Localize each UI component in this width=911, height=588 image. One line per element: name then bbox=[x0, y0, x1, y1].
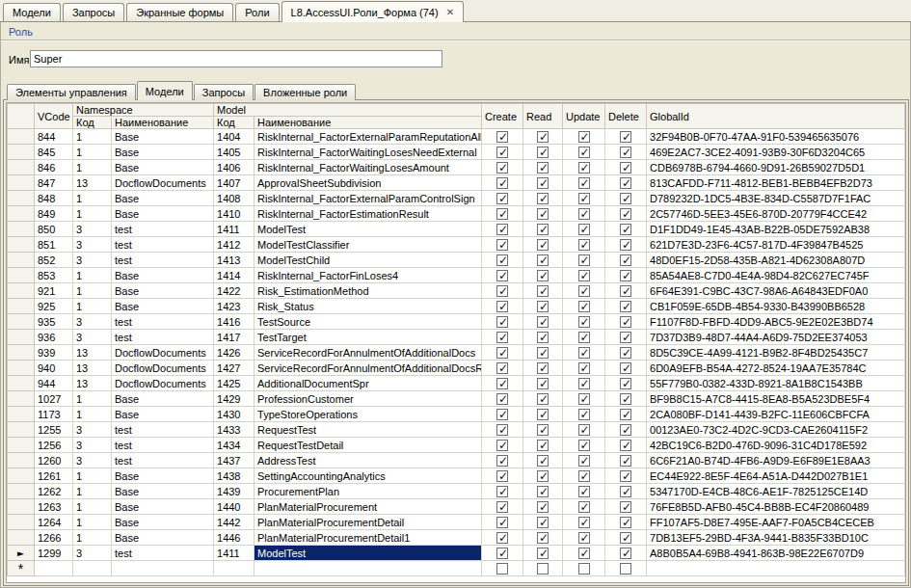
cell-update[interactable] bbox=[563, 361, 605, 376]
cell-model-code[interactable]: 1412 bbox=[214, 237, 255, 253]
cell-create[interactable] bbox=[482, 330, 523, 345]
cell-namespace-name[interactable]: Base bbox=[112, 268, 214, 283]
cell-namespace-code[interactable]: 3 bbox=[73, 222, 112, 237]
cell-read[interactable] bbox=[523, 283, 563, 299]
cell-update[interactable] bbox=[563, 129, 605, 145]
cell-namespace-code[interactable]: 1 bbox=[73, 468, 112, 484]
cell-update[interactable] bbox=[563, 376, 605, 391]
cell-model-name[interactable] bbox=[255, 561, 482, 576]
cell-update[interactable] bbox=[563, 468, 605, 484]
cell-delete[interactable] bbox=[605, 268, 647, 283]
cell-namespace-name[interactable]: test bbox=[112, 330, 214, 345]
doc-tab-screen-forms[interactable]: Экранные формы bbox=[126, 3, 233, 21]
cell-delete[interactable] bbox=[605, 546, 647, 561]
cell-namespace-name[interactable]: test bbox=[112, 222, 214, 237]
cell-read[interactable] bbox=[523, 561, 563, 576]
row-indicator[interactable] bbox=[8, 299, 35, 314]
cell-delete[interactable] bbox=[605, 515, 647, 530]
cell-namespace-code[interactable]: 1 bbox=[73, 268, 112, 283]
row-indicator[interactable] bbox=[8, 391, 35, 407]
cell-globalid[interactable]: D789232D-1DC5-4B3E-834D-C5587D7F1FAC bbox=[647, 191, 905, 206]
cell-update[interactable] bbox=[563, 515, 605, 530]
cell-globalid[interactable]: 8D5C39CE-4A99-4121-B9B2-8F4BD25435C7 bbox=[647, 345, 905, 361]
cell-delete[interactable] bbox=[605, 222, 647, 237]
cell-create[interactable] bbox=[482, 222, 523, 237]
cell-delete[interactable] bbox=[605, 453, 647, 468]
cell-update[interactable] bbox=[563, 530, 605, 546]
cell-read[interactable] bbox=[523, 499, 563, 515]
cell-read[interactable] bbox=[523, 376, 563, 391]
cell-create[interactable] bbox=[482, 191, 523, 206]
cell-model-name[interactable]: ServiceRecordForAnnulmentOfAdditionalDoc… bbox=[255, 361, 482, 376]
cell-vcode[interactable]: 844 bbox=[35, 129, 73, 145]
cell-read[interactable] bbox=[523, 515, 563, 530]
cell-create[interactable] bbox=[482, 438, 523, 453]
cell-read[interactable] bbox=[523, 361, 563, 376]
row-indicator[interactable] bbox=[8, 253, 35, 268]
cell-vcode[interactable]: 846 bbox=[35, 160, 73, 175]
cell-globalid[interactable]: 6D0A9EFB-B54A-4272-8524-19AA7E35784C bbox=[647, 361, 905, 376]
cell-read[interactable] bbox=[523, 145, 563, 160]
cell-model-name[interactable]: RiskInternal_FactorWaitingLosesAmount bbox=[255, 160, 482, 175]
cell-read[interactable] bbox=[523, 468, 563, 484]
cell-update[interactable] bbox=[563, 422, 605, 438]
cell-update[interactable] bbox=[563, 283, 605, 299]
column-group-namespace[interactable]: Namespace bbox=[73, 104, 214, 117]
cell-vcode[interactable]: 845 bbox=[35, 145, 73, 160]
cell-model-code[interactable]: 1429 bbox=[214, 391, 255, 407]
column-group-model[interactable]: Model bbox=[214, 104, 482, 117]
cell-vcode[interactable]: 849 bbox=[35, 206, 73, 222]
cell-namespace-name[interactable]: DocflowDocuments bbox=[112, 376, 214, 391]
cell-read[interactable] bbox=[523, 453, 563, 468]
cell-globalid[interactable]: 813CAFDD-F711-4812-BEB1-BEBB4EFB2D73 bbox=[647, 175, 905, 191]
cell-vcode[interactable]: 850 bbox=[35, 222, 73, 237]
cell-globalid[interactable] bbox=[647, 561, 905, 576]
cell-model-name[interactable]: RiskInternal_FactorExternalParamControlS… bbox=[255, 191, 482, 206]
cell-create[interactable] bbox=[482, 268, 523, 283]
cell-namespace-code[interactable]: 1 bbox=[73, 206, 112, 222]
row-indicator[interactable] bbox=[8, 268, 35, 283]
cell-namespace-name[interactable]: Base bbox=[112, 299, 214, 314]
tab-queries[interactable]: Запросы bbox=[194, 84, 254, 100]
cell-update[interactable] bbox=[563, 222, 605, 237]
cell-read[interactable] bbox=[523, 299, 563, 314]
row-indicator[interactable] bbox=[8, 438, 35, 453]
cell-namespace-name[interactable]: test bbox=[112, 438, 214, 453]
cell-vcode[interactable]: 1266 bbox=[35, 530, 73, 546]
row-indicator[interactable] bbox=[8, 160, 35, 175]
cell-update[interactable] bbox=[563, 345, 605, 361]
cell-namespace-code[interactable]: 1 bbox=[73, 299, 112, 314]
cell-vcode[interactable]: 935 bbox=[35, 314, 73, 330]
cell-create[interactable] bbox=[482, 391, 523, 407]
cell-model-name[interactable]: AdditionalDocumentSpr bbox=[255, 376, 482, 391]
grid-corner-cell[interactable] bbox=[8, 104, 35, 129]
cell-namespace-code[interactable]: 1 bbox=[73, 129, 112, 145]
cell-read[interactable] bbox=[523, 422, 563, 438]
cell-namespace-name[interactable]: Base bbox=[112, 407, 214, 422]
cell-model-code[interactable]: 1433 bbox=[214, 422, 255, 438]
cell-delete[interactable] bbox=[605, 175, 647, 191]
cell-namespace-name[interactable]: test bbox=[112, 422, 214, 438]
cell-create[interactable] bbox=[482, 499, 523, 515]
cell-read[interactable] bbox=[523, 222, 563, 237]
column-header-globalid[interactable]: GlobalId bbox=[647, 104, 905, 129]
cell-namespace-name[interactable]: test bbox=[112, 546, 214, 561]
cell-namespace-name[interactable]: Base bbox=[112, 515, 214, 530]
row-indicator[interactable] bbox=[8, 145, 35, 160]
cell-update[interactable] bbox=[563, 499, 605, 515]
column-header-delete[interactable]: Delete bbox=[605, 104, 647, 129]
cell-read[interactable] bbox=[523, 129, 563, 145]
cell-model-name[interactable]: Risk_EstimationMethod bbox=[255, 283, 482, 299]
cell-namespace-name[interactable]: Base bbox=[112, 391, 214, 407]
row-indicator[interactable] bbox=[8, 530, 35, 546]
cell-namespace-code[interactable] bbox=[73, 561, 112, 576]
cell-vcode[interactable]: 1264 bbox=[35, 515, 73, 530]
cell-globalid[interactable]: EC44E922-8E5F-4E64-A51A-D442D027B1E1 bbox=[647, 468, 905, 484]
cell-update[interactable] bbox=[563, 253, 605, 268]
cell-delete[interactable] bbox=[605, 391, 647, 407]
cell-update[interactable] bbox=[563, 145, 605, 160]
cell-namespace-code[interactable]: 3 bbox=[73, 253, 112, 268]
cell-vcode[interactable]: 1255 bbox=[35, 422, 73, 438]
cell-model-name[interactable]: AddressTest bbox=[255, 453, 482, 468]
cell-model-name[interactable]: ModelTest bbox=[255, 546, 482, 561]
